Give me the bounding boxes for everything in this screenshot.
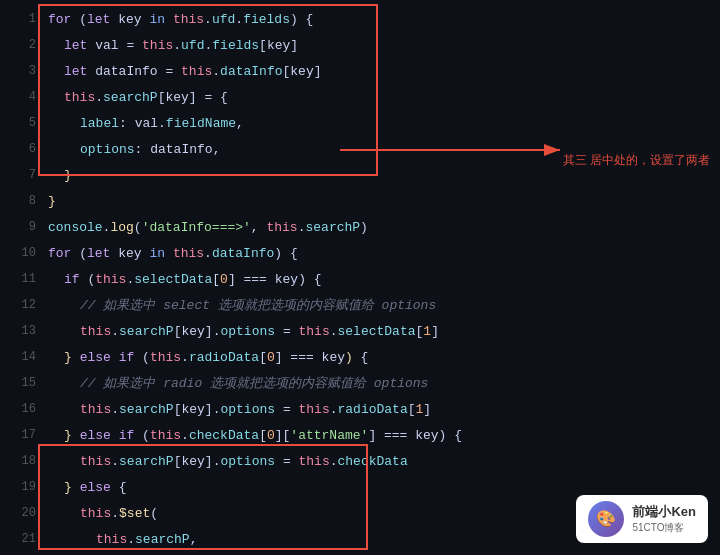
line-number: 19 bbox=[8, 480, 36, 494]
token: ] bbox=[431, 324, 439, 339]
token: fieldName bbox=[166, 116, 236, 131]
token: this bbox=[173, 246, 204, 261]
token: key bbox=[267, 38, 290, 53]
line-number: 4 bbox=[8, 90, 36, 104]
watermark: 🎨 前端小Ken 51CTO博客 bbox=[576, 495, 708, 543]
token: } bbox=[64, 350, 72, 365]
line-content: for (let key in this.dataInfo) { bbox=[48, 246, 298, 261]
token: else bbox=[80, 480, 111, 495]
code-line: 9console.log('dataInfo===>', this.search… bbox=[0, 214, 720, 240]
token: this bbox=[95, 272, 126, 287]
token: this bbox=[298, 324, 329, 339]
token bbox=[111, 350, 119, 365]
token: if bbox=[64, 272, 80, 287]
watermark-info: 前端小Ken 51CTO博客 bbox=[632, 503, 696, 535]
line-number: 5 bbox=[8, 116, 36, 130]
token: dataInfo bbox=[150, 142, 212, 157]
line-content: console.log('dataInfo===>', this.searchP… bbox=[48, 220, 368, 235]
annotation-text: 其三 居中处的，设置了两者 bbox=[563, 152, 710, 169]
token: ( bbox=[134, 220, 142, 235]
code-lines: 1for (let key in this.ufd.fields) {2let … bbox=[0, 6, 720, 555]
token: ] = { bbox=[189, 90, 228, 105]
token: 0 bbox=[267, 428, 275, 443]
token: this bbox=[298, 454, 329, 469]
code-line: 2let val = this.ufd.fields[key] bbox=[0, 32, 720, 58]
token: ufd bbox=[181, 38, 204, 53]
token: this bbox=[298, 402, 329, 417]
token: : bbox=[119, 116, 135, 131]
token bbox=[314, 350, 322, 365]
code-line: 11if (this.selectData[0] === key) { bbox=[0, 266, 720, 292]
token: 'dataInfo===>' bbox=[142, 220, 251, 235]
token: ) { bbox=[439, 428, 462, 443]
token: = bbox=[158, 64, 181, 79]
token: . bbox=[181, 350, 189, 365]
code-line: 3let dataInfo = this.dataInfo[key] bbox=[0, 58, 720, 84]
code-line: 13this.searchP[key].options = this.selec… bbox=[0, 318, 720, 344]
token: val bbox=[95, 38, 118, 53]
token: key bbox=[181, 324, 204, 339]
token: , bbox=[236, 116, 244, 131]
token bbox=[111, 428, 119, 443]
code-line: 18this.searchP[key].options = this.check… bbox=[0, 448, 720, 474]
token: ) { bbox=[298, 272, 321, 287]
line-content: } bbox=[48, 194, 56, 209]
token: } bbox=[64, 428, 72, 443]
token: label bbox=[80, 116, 119, 131]
token: . bbox=[158, 116, 166, 131]
code-line: 4this.searchP[key] = { bbox=[0, 84, 720, 110]
token: ][ bbox=[275, 428, 291, 443]
token: checkData bbox=[338, 454, 408, 469]
token: . bbox=[330, 454, 338, 469]
token: this bbox=[64, 90, 95, 105]
token: radioData bbox=[189, 350, 259, 365]
token: . bbox=[173, 38, 181, 53]
token: this bbox=[150, 350, 181, 365]
avatar-icon: 🎨 bbox=[596, 509, 616, 529]
line-number: 2 bbox=[8, 38, 36, 52]
token: else bbox=[80, 428, 111, 443]
line-content: } else { bbox=[48, 480, 126, 495]
line-content: let val = this.ufd.fields[key] bbox=[48, 38, 298, 53]
token: ) { bbox=[274, 246, 297, 261]
token: if bbox=[119, 350, 135, 365]
token: . bbox=[111, 454, 119, 469]
token bbox=[72, 480, 80, 495]
line-content: } else if (this.checkData[0]['attrName']… bbox=[48, 428, 462, 443]
line-content: this.searchP[key].options = this.radioDa… bbox=[48, 402, 431, 417]
token: this bbox=[266, 220, 297, 235]
token: in bbox=[149, 246, 165, 261]
line-content: this.searchP[key] = { bbox=[48, 90, 228, 105]
token: 'attrName' bbox=[290, 428, 368, 443]
token: options bbox=[220, 402, 275, 417]
code-line: 8} bbox=[0, 188, 720, 214]
token: log bbox=[110, 220, 133, 235]
token: = bbox=[275, 324, 298, 339]
token: // 如果选中 radio 选项就把选项的内容赋值给 options bbox=[80, 376, 428, 391]
token: ] === bbox=[275, 350, 314, 365]
line-number: 3 bbox=[8, 64, 36, 78]
code-line: 17} else if (this.checkData[0]['attrName… bbox=[0, 422, 720, 448]
token: ufd bbox=[212, 12, 235, 27]
line-content: // 如果选中 select 选项就把选项的内容赋值给 options bbox=[48, 296, 436, 314]
token: ( bbox=[134, 350, 150, 365]
token: . bbox=[181, 428, 189, 443]
token: ]. bbox=[205, 324, 221, 339]
token: = bbox=[275, 454, 298, 469]
token: = bbox=[119, 38, 142, 53]
token: this bbox=[142, 38, 173, 53]
line-number: 15 bbox=[8, 376, 36, 390]
token: options bbox=[220, 454, 275, 469]
line-number: 14 bbox=[8, 350, 36, 364]
token: // 如果选中 select 选项就把选项的内容赋值给 options bbox=[80, 298, 436, 313]
token bbox=[267, 272, 275, 287]
token: ( bbox=[134, 428, 150, 443]
line-content: this.searchP, bbox=[48, 532, 197, 547]
token: = bbox=[275, 402, 298, 417]
token bbox=[72, 350, 80, 365]
token bbox=[165, 12, 173, 27]
token: , bbox=[190, 532, 198, 547]
token: ] === bbox=[228, 272, 267, 287]
token: let bbox=[64, 64, 87, 79]
token: . bbox=[298, 220, 306, 235]
